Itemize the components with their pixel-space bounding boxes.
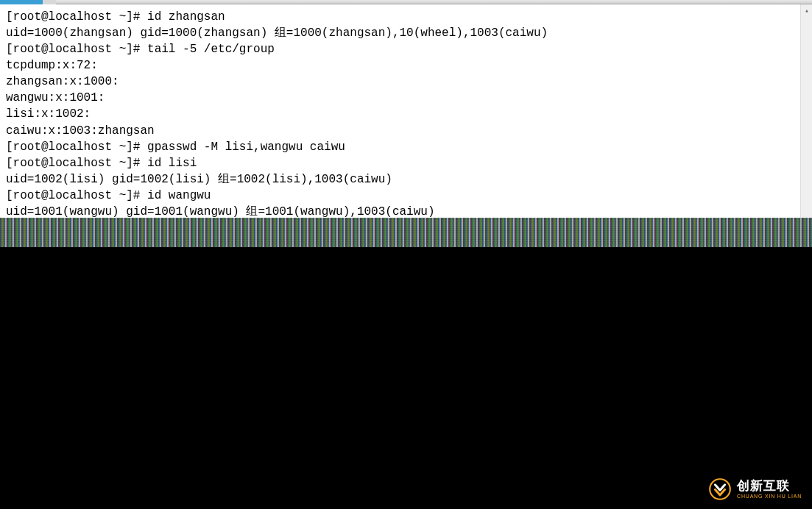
tab-strip	[0, 0, 56, 4]
watermark-sub-text: CHUANG XIN HU LIAN	[737, 494, 802, 499]
terminal-line: zhangsan:x:1000:	[6, 74, 806, 90]
terminal-line: [root@localhost ~]# gpasswd -M lisi,wang…	[6, 139, 806, 155]
artifact-band	[0, 218, 812, 247]
watermark: 创新互联 CHUANG XIN HU LIAN	[709, 478, 802, 500]
terminal-line: [root@localhost ~]# id wangwu	[6, 188, 806, 204]
watermark-logo-icon	[709, 478, 731, 500]
terminal-line: wangwu:x:1001:	[6, 90, 806, 106]
terminal-line: [root@localhost ~]# id zhangsan	[6, 9, 806, 25]
terminal-line: uid=1001(wangwu) gid=1001(wangwu) 组=1001…	[6, 204, 806, 218]
terminal-line: [root@localhost ~]# id lisi	[6, 155, 806, 171]
terminal-line: lisi:x:1002:	[6, 106, 806, 122]
terminal-line: tcpdump:x:72:	[6, 57, 806, 74]
watermark-main-text: 创新互联	[737, 480, 802, 492]
terminal-output[interactable]: [root@localhost ~]# id zhangsan uid=1000…	[0, 4, 812, 218]
tab-close-area[interactable]	[43, 0, 56, 4]
watermark-text: 创新互联 CHUANG XIN HU LIAN	[737, 480, 802, 499]
terminal-line: [root@localhost ~]# tail -5 /etc/group	[6, 41, 806, 57]
terminal-line: uid=1000(zhangsan) gid=1000(zhangsan) 组=…	[6, 25, 806, 41]
scroll-up-arrow-icon[interactable]: ▴	[801, 4, 812, 16]
terminal-line: uid=1002(lisi) gid=1002(lisi) 组=1002(lis…	[6, 171, 806, 188]
vertical-scrollbar[interactable]: ▴	[800, 4, 812, 218]
active-tab[interactable]	[0, 0, 43, 4]
terminal-line: caiwu:x:1003:zhangsan	[6, 123, 806, 139]
